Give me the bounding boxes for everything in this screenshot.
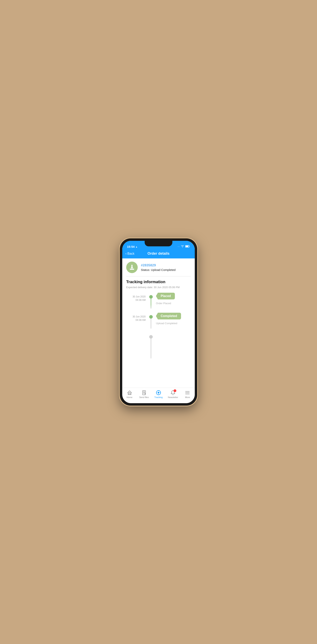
event-2-content: Completed Upload Completed: [154, 313, 191, 325]
tracking-section: Tracking information Expected delivery d…: [122, 276, 195, 354]
nav-label-send: Send files: [139, 396, 149, 398]
svg-rect-2: [130, 269, 134, 270]
back-button[interactable]: ‹ Back: [125, 252, 135, 256]
page-title: Order details: [147, 252, 169, 256]
event-2-date: 30 Jun 2020 04:38 AM: [126, 313, 148, 322]
event-1-connector: [148, 293, 154, 299]
phone-screen: 15:54 ▲ ····: [122, 241, 195, 403]
home-icon: [127, 390, 132, 395]
event-2-line: [151, 319, 151, 328]
timeline-item-empty: [126, 333, 191, 350]
notch: [145, 241, 172, 246]
order-details: #2835829 Status: Upload Completed: [141, 264, 191, 272]
page-content: #2835829 Status: Upload Completed Tracki…: [122, 258, 195, 388]
nav-label-home: Home: [127, 396, 132, 398]
back-label: Back: [127, 252, 135, 256]
nav-item-home[interactable]: Home: [122, 389, 137, 399]
event-2-description: Upload Completed: [156, 322, 191, 325]
event-1-date: 30 Jun 2020 04:38 AM: [126, 293, 148, 302]
tracking-title: Tracking information: [126, 280, 191, 284]
more-icon: [185, 390, 190, 395]
nav-item-newsletter[interactable]: Newsletter: [166, 389, 180, 399]
event-1-date-text: 30 Jun 2020: [133, 295, 146, 298]
event-2-date-text: 30 Jun 2020: [133, 315, 146, 318]
svg-rect-3: [142, 390, 145, 395]
delivery-date: Expected delivery date: 30 Jun 2020 05:0…: [126, 286, 191, 289]
order-icon: [126, 262, 138, 273]
event-1-line: [151, 299, 151, 308]
order-info: #2835829 Status: Upload Completed: [122, 258, 195, 276]
battery-icon: [185, 245, 190, 248]
event-1-time-text: 04:38 AM: [136, 299, 146, 302]
event-1-description: Order Placed: [156, 302, 191, 305]
time-display: 15:54: [127, 245, 135, 248]
nav-item-send[interactable]: Send files: [137, 389, 151, 399]
order-number: #2835829: [141, 264, 191, 267]
nav-item-tracking[interactable]: Tracking: [151, 389, 166, 399]
nav-label-more: More: [185, 396, 190, 398]
wifi-icon: [181, 245, 184, 248]
timeline-item-2: 30 Jun 2020 04:38 AM Completed Upload Co…: [126, 313, 191, 325]
app-header: ‹ Back Order details: [122, 250, 195, 258]
event-2-badge: Completed: [156, 313, 181, 320]
event-empty-dot: [149, 335, 153, 339]
back-chevron-icon: ‹: [125, 252, 127, 256]
signal-dots-icon: ····: [178, 246, 180, 248]
svg-rect-1: [186, 246, 188, 247]
event-2-dot: [149, 315, 153, 319]
order-status: Status: Upload Completed: [141, 268, 191, 272]
send-files-icon: [141, 390, 147, 395]
event-2-connector: [148, 313, 154, 319]
download-icon: [129, 264, 135, 270]
phone-frame: 15:54 ▲ ····: [120, 238, 197, 406]
timeline-item-1: 30 Jun 2020 04:38 AM Placed Order Placed: [126, 293, 191, 305]
event-1-content: Placed Order Placed: [154, 293, 191, 305]
status-time: 15:54 ▲: [127, 245, 138, 248]
bottom-nav: Home Send files: [122, 388, 195, 403]
newsletter-badge: [174, 389, 176, 392]
location-icon: ▲: [135, 246, 138, 248]
event-2-time-text: 04:38 AM: [136, 319, 146, 322]
nav-label-newsletter: Newsletter: [168, 396, 178, 398]
timeline: 30 Jun 2020 04:38 AM Placed Order Placed: [126, 293, 191, 350]
event-1-dot: [149, 295, 153, 299]
event-empty-connector: [148, 333, 154, 339]
nav-item-more[interactable]: More: [180, 389, 195, 399]
nav-label-tracking: Tracking: [154, 396, 163, 398]
event-1-badge: Placed: [156, 293, 175, 300]
status-icons: ····: [178, 245, 190, 248]
newsletter-icon: [170, 390, 176, 395]
tracking-icon: [156, 390, 161, 395]
event-empty-line: [151, 339, 151, 358]
